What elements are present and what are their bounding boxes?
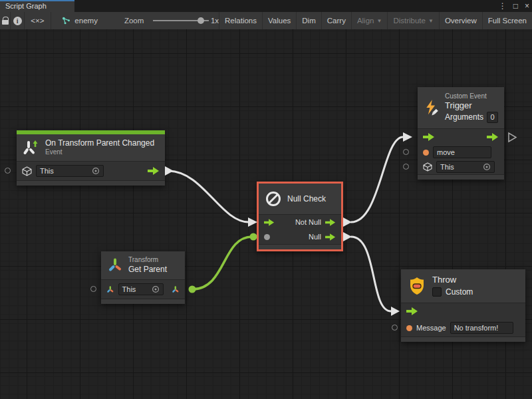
custom-label: Custom bbox=[446, 287, 473, 297]
target-picker-icon[interactable] bbox=[483, 163, 491, 171]
trigger-input-arrowhead bbox=[403, 132, 412, 142]
zoom-slider-knob[interactable] bbox=[198, 17, 204, 24]
arguments-label: Arguments bbox=[445, 112, 483, 122]
event-output-triangle[interactable] bbox=[165, 166, 174, 176]
null-row: Null bbox=[259, 229, 341, 244]
target-picker-icon[interactable] bbox=[92, 167, 100, 175]
graph-canvas[interactable]: On Transform Parent Changed Event This bbox=[0, 29, 532, 399]
carry-button[interactable]: Carry bbox=[322, 12, 352, 29]
trigger-target-port-circle[interactable] bbox=[403, 164, 409, 170]
node-null-check[interactable]: Null Check Not Null Null bbox=[257, 182, 343, 251]
transform-output-port-icon[interactable] bbox=[172, 285, 180, 294]
throw-message-port-circle[interactable] bbox=[392, 325, 398, 331]
wire-notnull-to-trigger bbox=[351, 137, 403, 222]
throw-flow-row bbox=[401, 303, 525, 319]
zoom-value: 1x bbox=[211, 17, 219, 25]
nullcheck-input-arrowhead bbox=[248, 217, 257, 227]
node-category: Transform bbox=[128, 256, 167, 265]
tab-bar: Script Graph ⋮ □ × bbox=[0, 0, 532, 12]
full-screen-button[interactable]: Full Screen bbox=[483, 12, 532, 29]
null-label: Null bbox=[309, 233, 321, 241]
flow-output-arrow-icon[interactable] bbox=[148, 167, 160, 175]
align-dropdown: Align ▼ bbox=[352, 12, 388, 29]
flow-input-arrow-icon[interactable] bbox=[423, 133, 435, 141]
flow-input-arrow-icon[interactable] bbox=[406, 307, 418, 315]
trigger-target-field[interactable]: This bbox=[436, 161, 495, 173]
custom-event-icon bbox=[424, 98, 440, 118]
info-button[interactable]: i bbox=[11, 12, 24, 29]
graph-info-segment: enemy Zoom 1x bbox=[51, 12, 219, 29]
flow-output-arrow-icon[interactable] bbox=[325, 233, 336, 241]
null-output-triangle[interactable] bbox=[343, 232, 352, 241]
value-input-port[interactable] bbox=[264, 234, 270, 240]
wire-getparent-to-nullcheck bbox=[192, 237, 252, 289]
window-controls: ⋮ □ × bbox=[499, 0, 529, 12]
node-header: On Transform Parent Changed Event bbox=[17, 134, 165, 161]
getparent-output-dot[interactable] bbox=[189, 286, 196, 293]
arguments-count-field[interactable]: 0 bbox=[487, 112, 498, 123]
lock-button[interactable] bbox=[0, 12, 11, 29]
target-picker-icon[interactable] bbox=[152, 285, 160, 293]
values-button[interactable]: Values bbox=[263, 12, 297, 29]
trigger-flow-row bbox=[418, 129, 504, 145]
cube-icon bbox=[423, 162, 432, 172]
trigger-name-row: move bbox=[418, 145, 504, 160]
node-on-transform-parent-changed[interactable]: On Transform Parent Changed Event This bbox=[17, 130, 165, 186]
flow-output-arrow-icon[interactable] bbox=[487, 133, 499, 141]
trigger-target-row: This bbox=[418, 160, 504, 174]
node-title: On Transform Parent Changed bbox=[45, 138, 154, 148]
node-header: Null Check bbox=[259, 184, 341, 214]
node-throw[interactable]: Throw Custom Message bbox=[401, 269, 525, 342]
node-title: Throw bbox=[432, 275, 473, 285]
throw-error-icon bbox=[407, 276, 427, 296]
event-target-field[interactable]: This bbox=[36, 165, 104, 177]
flow-output-arrow-icon[interactable] bbox=[325, 219, 336, 226]
node-category: Custom Event bbox=[445, 92, 498, 101]
transform-port-icon[interactable] bbox=[106, 285, 114, 294]
event-target-port-circle[interactable] bbox=[5, 168, 11, 174]
string-input-port[interactable] bbox=[406, 325, 412, 331]
relations-button[interactable]: Relations bbox=[219, 12, 263, 29]
zoom-slider[interactable] bbox=[153, 17, 203, 25]
zoom-label: Zoom bbox=[124, 17, 144, 25]
getparent-target-field[interactable]: This bbox=[118, 283, 164, 295]
event-target-row: This bbox=[17, 162, 165, 180]
info-icon: i bbox=[13, 17, 22, 25]
overview-button[interactable]: Overview bbox=[440, 12, 483, 29]
tab-title: Script Graph bbox=[5, 2, 47, 10]
trigger-output-triangle-outline[interactable] bbox=[509, 133, 516, 142]
menu-icon[interactable]: ⋮ bbox=[499, 1, 507, 11]
throw-message-row: Message No transform! bbox=[401, 319, 525, 336]
message-field[interactable]: No transform! bbox=[450, 322, 513, 334]
nullcheck-value-input-dot[interactable] bbox=[250, 233, 257, 241]
wire-event-to-nullcheck bbox=[168, 171, 249, 222]
notnull-output-triangle[interactable] bbox=[343, 217, 352, 227]
custom-checkbox[interactable] bbox=[432, 287, 442, 297]
node-trigger-custom-event[interactable]: Custom Event Trigger Arguments 0 bbox=[418, 87, 504, 180]
node-header: Throw Custom bbox=[401, 269, 525, 303]
maximize-icon[interactable]: □ bbox=[513, 1, 518, 11]
throw-input-arrowhead bbox=[391, 307, 400, 316]
null-check-icon bbox=[265, 190, 282, 207]
not-null-row: Not Null bbox=[259, 215, 341, 229]
node-title: Get Parent bbox=[128, 265, 167, 275]
string-input-port[interactable] bbox=[423, 150, 429, 156]
not-null-label: Not Null bbox=[295, 218, 321, 226]
script-graph-window: Script Graph ⋮ □ × i <×> enemy Zoom bbox=[0, 0, 532, 399]
graph-icon bbox=[62, 16, 70, 25]
event-transform-icon bbox=[23, 139, 40, 156]
chevron-down-icon: ▼ bbox=[428, 18, 434, 24]
graph-toolbar: i <×> enemy Zoom 1x Relations Values bbox=[0, 12, 532, 29]
code-preview-button[interactable]: <×> bbox=[25, 12, 51, 29]
tab-script-graph[interactable]: Script Graph bbox=[0, 0, 74, 12]
node-get-parent[interactable]: Transform Get Parent This bbox=[101, 251, 185, 304]
node-header: Transform Get Parent bbox=[101, 251, 185, 279]
getparent-target-port-circle[interactable] bbox=[90, 286, 96, 292]
trigger-name-port-circle[interactable] bbox=[403, 149, 409, 155]
node-subtitle: Event bbox=[45, 148, 154, 157]
close-icon[interactable]: × bbox=[525, 1, 529, 11]
dim-button[interactable]: Dim bbox=[297, 12, 321, 29]
graph-name: enemy bbox=[74, 17, 98, 25]
event-name-field[interactable]: move bbox=[433, 146, 491, 158]
flow-input-arrow-icon[interactable] bbox=[264, 219, 275, 226]
